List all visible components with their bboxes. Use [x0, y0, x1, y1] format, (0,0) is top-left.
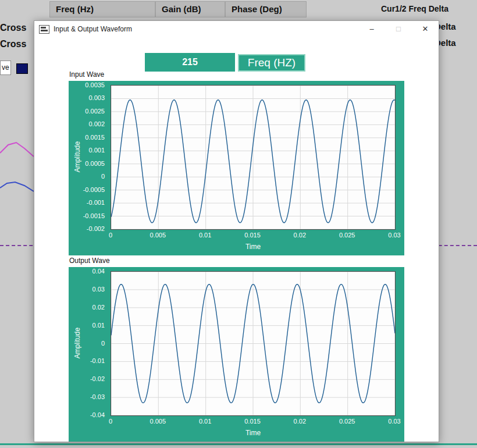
y-tick-label: -0.0005	[83, 186, 105, 193]
y-tick-label: 0.04	[92, 268, 105, 275]
y-tick-label: -0.002	[87, 225, 105, 232]
y-tick-label: 0.02	[92, 304, 105, 311]
y-tick-label: 0.0015	[85, 134, 105, 141]
y-tick-label: -0.001	[87, 199, 105, 206]
output-x-axis-ticks: 00.0050.010.0150.020.0250.03	[111, 418, 396, 426]
maximize-button[interactable]: □	[385, 21, 412, 37]
input-wave-chart: Amplitude 0.00350.0030.00250.0020.00150.…	[69, 81, 404, 255]
input-wave-plot	[111, 85, 396, 230]
freq-unit-label: Freq (HZ)	[238, 54, 305, 72]
x-tick-label: 0.015	[244, 418, 261, 425]
y-tick-label: -0.03	[90, 393, 105, 400]
y-tick-label: 0.003	[88, 94, 105, 101]
x-tick-label: 0	[109, 232, 112, 239]
output-wave-plot	[111, 271, 396, 416]
input-wave-title: Input Wave	[69, 70, 104, 79]
input-x-axis-ticks: 00.0050.010.0150.020.0250.03	[111, 232, 396, 240]
freq-value-display[interactable]: 215	[145, 53, 235, 72]
x-tick-label: 0.025	[339, 418, 355, 425]
y-tick-label: -0.02	[90, 375, 105, 382]
x-tick-label: 0.02	[294, 232, 306, 239]
bg-row-label-cross-2: Cross	[0, 39, 26, 49]
y-tick-label: 0.03	[92, 286, 105, 293]
minimize-button[interactable]: –	[358, 21, 385, 37]
y-tick-label: -0.0015	[83, 212, 105, 219]
input-y-axis-ticks: 0.00350.0030.00250.0020.00150.0010.00050…	[69, 85, 107, 229]
x-tick-label: 0.005	[150, 232, 166, 239]
labview-icon	[39, 25, 49, 34]
close-button[interactable]: ✕	[412, 21, 439, 37]
window-titlebar[interactable]: Input & Output Waveform – □ ✕	[34, 21, 439, 37]
bg-cur-freq-delta-label: Cur1/2 Freq Delta	[381, 4, 448, 13]
x-tick-label: 0.01	[199, 232, 211, 239]
bg-row-label-cross-1: Cross	[0, 23, 26, 33]
y-tick-label: 0.0035	[85, 81, 105, 88]
x-tick-label: 0.03	[388, 232, 400, 239]
y-tick-label: 0	[101, 340, 105, 347]
y-tick-label: 0.0025	[85, 108, 105, 115]
bg-partial-plot-lines	[0, 137, 34, 201]
bg-bottom-teal-strip	[0, 443, 477, 445]
input-x-axis-label: Time	[111, 243, 396, 251]
y-tick-label: 0.002	[88, 120, 105, 127]
desktop: Freq (Hz) Gain (dB) Phase (Deg) Cur1/2 F…	[0, 0, 477, 448]
waveform-window: Input & Output Waveform – □ ✕ 215 Freq (…	[34, 20, 439, 442]
y-tick-label: 0.001	[88, 147, 105, 154]
window-title: Input & Output Waveform	[54, 25, 358, 33]
output-wave-title: Output Wave	[69, 257, 110, 265]
output-wave-chart: Amplitude 0.040.030.020.010-0.01-0.02-0.…	[69, 267, 404, 442]
bg-color-swatch[interactable]	[16, 63, 28, 74]
x-tick-label: 0.015	[244, 232, 261, 239]
bg-partial-dropdown[interactable]: ve	[0, 61, 11, 75]
x-tick-label: 0.025	[339, 232, 355, 239]
x-tick-label: 0.005	[150, 418, 166, 425]
bg-header-phase[interactable]: Phase (Deg)	[225, 1, 307, 17]
x-tick-label: 0.03	[388, 418, 400, 425]
y-tick-label: 0	[101, 173, 105, 180]
output-x-axis-label: Time	[111, 429, 396, 437]
x-tick-label: 0.01	[199, 418, 211, 425]
x-tick-label: 0	[109, 418, 112, 425]
bg-header-freq[interactable]: Freq (Hz)	[49, 1, 155, 17]
bg-header-gain[interactable]: Gain (dB)	[155, 1, 225, 17]
x-tick-label: 0.02	[294, 418, 306, 425]
y-tick-label: 0.01	[92, 322, 105, 329]
output-y-axis-ticks: 0.040.030.020.010-0.01-0.02-0.03-0.04	[69, 271, 107, 415]
y-tick-label: -0.01	[90, 357, 105, 364]
y-tick-label: 0.0005	[85, 160, 105, 167]
y-tick-label: -0.04	[90, 411, 105, 418]
